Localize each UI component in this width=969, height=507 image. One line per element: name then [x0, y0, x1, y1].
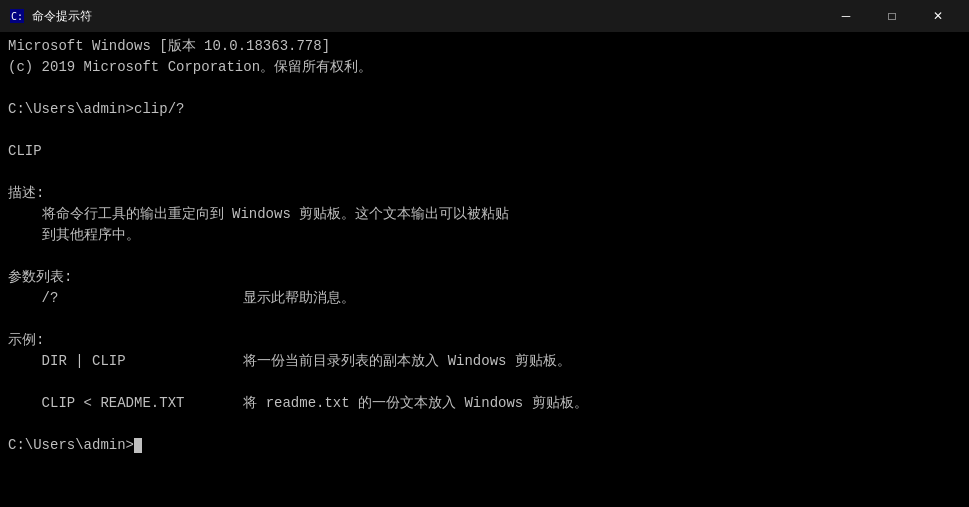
- window-title: 命令提示符: [32, 8, 823, 25]
- terminal-line: Microsoft Windows [版本 10.0.18363.778]: [8, 36, 961, 57]
- terminal-line: CLIP < README.TXT 将 readme.txt 的一份文本放入 W…: [8, 393, 961, 414]
- terminal-line: [8, 309, 961, 330]
- terminal-line: 到其他程序中。: [8, 225, 961, 246]
- window-controls: ─ □ ✕: [823, 0, 961, 32]
- terminal-line: [8, 414, 961, 435]
- terminal-line: C:\Users\admin>: [8, 435, 961, 456]
- minimize-button[interactable]: ─: [823, 0, 869, 32]
- svg-text:C:: C:: [11, 11, 23, 22]
- terminal-line: 描述:: [8, 183, 961, 204]
- terminal-line: 将命令行工具的输出重定向到 Windows 剪贴板。这个文本输出可以被粘贴: [8, 204, 961, 225]
- terminal-line: 示例:: [8, 330, 961, 351]
- terminal-line: /? 显示此帮助消息。: [8, 288, 961, 309]
- terminal-line: [8, 372, 961, 393]
- terminal-line: [8, 78, 961, 99]
- terminal-line: (c) 2019 Microsoft Corporation。保留所有权利。: [8, 57, 961, 78]
- close-button[interactable]: ✕: [915, 0, 961, 32]
- terminal-line: [8, 162, 961, 183]
- cmd-icon: C:: [8, 7, 26, 25]
- title-bar: C: 命令提示符 ─ □ ✕: [0, 0, 969, 32]
- terminal-line: DIR | CLIP 将一份当前目录列表的副本放入 Windows 剪贴板。: [8, 351, 961, 372]
- cmd-window: C: 命令提示符 ─ □ ✕ Microsoft Windows [版本 10.…: [0, 0, 969, 507]
- terminal-output: Microsoft Windows [版本 10.0.18363.778](c)…: [0, 32, 969, 507]
- terminal-line: [8, 120, 961, 141]
- terminal-line: CLIP: [8, 141, 961, 162]
- restore-button[interactable]: □: [869, 0, 915, 32]
- terminal-line: C:\Users\admin>clip/?: [8, 99, 961, 120]
- terminal-line: 参数列表:: [8, 267, 961, 288]
- cursor: [134, 438, 142, 453]
- terminal-line: [8, 246, 961, 267]
